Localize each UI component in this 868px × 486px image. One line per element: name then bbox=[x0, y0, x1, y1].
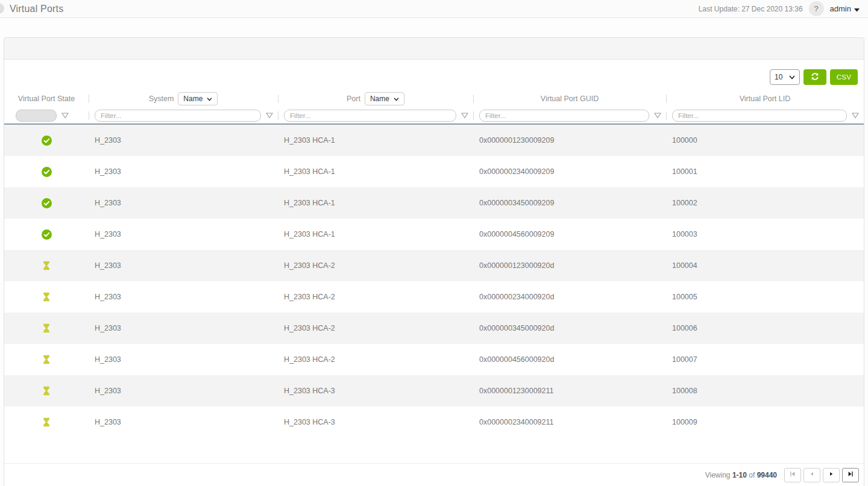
filter-cell-guid bbox=[473, 108, 666, 123]
col-header-label: System bbox=[149, 95, 174, 103]
first-page-button[interactable] bbox=[784, 468, 801, 482]
pending-hourglass-icon bbox=[42, 386, 51, 396]
guid-cell: 0x000000345000920d bbox=[473, 313, 666, 344]
last-page-icon bbox=[847, 470, 854, 479]
last-page-button[interactable] bbox=[842, 468, 859, 482]
table-row[interactable]: H_2303 H_2303 HCA-2 0x000000456000920d 1… bbox=[4, 344, 864, 375]
table-row[interactable]: H_2303 H_2303 HCA-2 0x000000123000920d 1… bbox=[4, 250, 864, 281]
help-button[interactable]: ? bbox=[809, 1, 824, 16]
topbar-right: Last Update: 27 Dec 2020 13:36 ? admin bbox=[699, 1, 860, 16]
system-cell: H_2303 bbox=[89, 187, 278, 219]
table-row[interactable]: H_2303 H_2303 HCA-1 0x0000004560009209 1… bbox=[4, 219, 864, 250]
filter-cell-lid bbox=[666, 108, 864, 123]
lid-cell: 100000 bbox=[666, 125, 864, 156]
lid-cell: 100006 bbox=[666, 313, 864, 344]
filter-cell-system bbox=[89, 108, 278, 123]
system-filter-input[interactable] bbox=[95, 110, 261, 122]
guid-filter-input[interactable] bbox=[479, 110, 649, 122]
system-cell: H_2303 bbox=[89, 281, 278, 313]
previous-page-icon bbox=[808, 470, 816, 479]
pending-hourglass-icon bbox=[42, 261, 51, 270]
lid-cell: 100001 bbox=[666, 156, 864, 187]
port-cell: H_2303 HCA-3 bbox=[278, 375, 473, 407]
system-cell: H_2303 bbox=[89, 344, 278, 375]
port-filter-input[interactable] bbox=[284, 110, 456, 122]
pending-hourglass-icon bbox=[42, 323, 51, 333]
col-header-label: Virtual Port State bbox=[18, 95, 75, 103]
user-name: admin bbox=[830, 4, 851, 13]
lid-cell: 100007 bbox=[666, 344, 864, 375]
filter-funnel-icon[interactable] bbox=[461, 113, 468, 119]
refresh-button[interactable] bbox=[804, 69, 826, 85]
chevron-down-icon bbox=[789, 73, 795, 81]
port-cell: H_2303 HCA-1 bbox=[278, 125, 473, 156]
state-cell bbox=[4, 407, 89, 438]
guid-cell: 0x000000234000920d bbox=[473, 281, 666, 313]
panel-header-strip bbox=[4, 38, 864, 60]
chevron-down-icon bbox=[854, 4, 860, 14]
active-check-icon bbox=[42, 198, 52, 208]
table-row[interactable]: H_2303 H_2303 HCA-2 0x000000345000920d 1… bbox=[4, 313, 864, 344]
port-cell: H_2303 HCA-2 bbox=[278, 250, 473, 281]
next-page-icon bbox=[828, 470, 835, 479]
filter-cell-port bbox=[278, 108, 473, 123]
col-header-system[interactable]: System Name bbox=[89, 90, 278, 108]
table-row[interactable]: H_2303 H_2303 HCA-1 0x0000003450009209 1… bbox=[4, 187, 864, 219]
page-size-select[interactable]: 10 bbox=[770, 69, 800, 85]
system-cell: H_2303 bbox=[89, 219, 278, 250]
guid-cell: 0x0000002340009211 bbox=[473, 407, 666, 438]
col-header-virtual-port-lid[interactable]: Virtual Port LID bbox=[666, 90, 864, 108]
state-filter-input bbox=[16, 110, 57, 122]
lid-cell: 100003 bbox=[666, 219, 864, 250]
col-header-virtual-port-state[interactable]: Virtual Port State bbox=[4, 90, 89, 108]
table-header-row: Virtual Port State System Name Port Name… bbox=[4, 90, 864, 108]
csv-export-button[interactable]: CSV bbox=[830, 69, 858, 85]
state-cell bbox=[4, 313, 89, 344]
pending-hourglass-icon bbox=[42, 292, 51, 302]
table-row[interactable]: H_2303 H_2303 HCA-3 0x0000001230009211 1… bbox=[4, 375, 864, 407]
system-cell: H_2303 bbox=[89, 250, 278, 281]
table-row[interactable]: H_2303 H_2303 HCA-3 0x0000002340009211 1… bbox=[4, 407, 864, 438]
filter-row bbox=[4, 108, 864, 125]
port-cell: H_2303 HCA-1 bbox=[278, 156, 473, 187]
filter-funnel-icon[interactable] bbox=[266, 113, 273, 119]
table-row[interactable]: H_2303 H_2303 HCA-1 0x0000002340009209 1… bbox=[4, 156, 864, 187]
active-check-icon bbox=[42, 167, 52, 177]
last-update: Last Update: 27 Dec 2020 13:36 bbox=[699, 5, 803, 13]
previous-page-button[interactable] bbox=[804, 468, 820, 482]
table-row[interactable]: H_2303 H_2303 HCA-2 0x000000234000920d 1… bbox=[4, 281, 864, 313]
system-cell: H_2303 bbox=[89, 156, 278, 187]
col-header-port[interactable]: Port Name bbox=[278, 90, 473, 108]
state-cell bbox=[4, 375, 89, 407]
filter-funnel-icon[interactable] bbox=[61, 113, 69, 119]
chevron-down-icon bbox=[207, 95, 212, 103]
filter-funnel-icon[interactable] bbox=[654, 113, 661, 119]
chevron-down-icon bbox=[394, 95, 399, 103]
table-toolbar: 10 CSV bbox=[4, 60, 864, 90]
lid-cell: 100004 bbox=[666, 250, 864, 281]
lid-cell: 100002 bbox=[666, 187, 864, 219]
col-header-label: Port bbox=[347, 95, 360, 103]
table-row[interactable]: H_2303 H_2303 HCA-1 0x0000001230009209 1… bbox=[4, 125, 864, 156]
filter-cell-state bbox=[4, 108, 89, 123]
system-field-select[interactable]: Name bbox=[178, 92, 218, 105]
system-cell: H_2303 bbox=[89, 313, 278, 344]
port-cell: H_2303 HCA-2 bbox=[278, 281, 473, 313]
filter-funnel-icon[interactable] bbox=[852, 113, 859, 119]
port-cell: H_2303 HCA-1 bbox=[278, 219, 473, 250]
decorative-circle bbox=[0, 3, 4, 14]
lid-cell: 100009 bbox=[666, 407, 864, 438]
guid-cell: 0x0000001230009211 bbox=[473, 375, 666, 407]
next-page-button[interactable] bbox=[823, 468, 840, 482]
col-header-virtual-port-guid[interactable]: Virtual Port GUID bbox=[473, 90, 666, 108]
pending-hourglass-icon bbox=[42, 417, 51, 427]
state-cell bbox=[4, 281, 89, 313]
table-footer: Viewing 1-10 of 99440 bbox=[4, 463, 864, 486]
user-menu[interactable]: admin bbox=[830, 4, 860, 14]
state-cell bbox=[4, 187, 89, 219]
lid-filter-input[interactable] bbox=[672, 110, 847, 122]
port-cell: H_2303 HCA-2 bbox=[278, 313, 473, 344]
port-field-select[interactable]: Name bbox=[365, 92, 404, 105]
first-page-icon bbox=[789, 470, 796, 479]
refresh-icon bbox=[810, 72, 820, 83]
